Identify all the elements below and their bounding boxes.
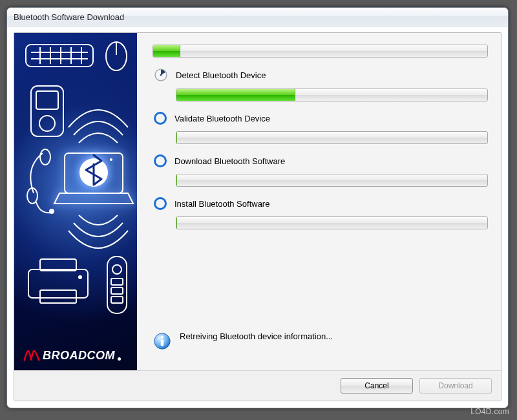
step-validate-progress	[176, 131, 488, 144]
step-detect-progress	[176, 89, 488, 101]
main-panel: Detect Bluetooth Device Validate Bluetoo…	[137, 33, 501, 370]
svg-point-15	[49, 209, 54, 214]
printer-icon	[28, 259, 88, 303]
mp3-icon	[31, 86, 63, 136]
dialog-window: Bluetooth Software Download	[6, 7, 509, 408]
svg-rect-25	[111, 278, 123, 285]
step-install-progress	[176, 216, 488, 229]
mouse-icon	[106, 42, 127, 70]
window-title: Bluetooth Software Download	[14, 12, 124, 22]
svg-rect-32	[161, 339, 164, 346]
step-download-progress	[176, 174, 488, 187]
pending-ring-icon	[154, 154, 167, 167]
step-install: Install Bluetooth Software	[153, 197, 488, 229]
step-label: Detect Bluetooth Device	[176, 70, 266, 80]
remote-icon	[107, 257, 127, 313]
svg-rect-19	[28, 269, 88, 298]
client-area: BROADCOM	[14, 32, 501, 401]
brand-name: BROADCOM	[43, 349, 115, 362]
step-validate: Validate Bluetooth Device	[153, 112, 488, 144]
step-label: Validate Bluetooth Device	[174, 114, 270, 123]
sidebar-graphic: BROADCOM	[14, 33, 137, 370]
info-icon	[153, 331, 172, 351]
headset-icon	[27, 149, 54, 214]
keyboard-icon	[26, 45, 93, 67]
footer: Cancel Download	[14, 370, 501, 401]
cancel-button[interactable]: Cancel	[341, 378, 413, 394]
svg-point-22	[78, 275, 82, 279]
svg-point-31	[161, 335, 164, 338]
overall-progress	[153, 45, 488, 58]
status-text: Retreiving Bluetooth device information.…	[180, 331, 333, 341]
svg-point-18	[110, 158, 112, 161]
svg-point-13	[40, 149, 50, 165]
pending-ring-icon	[154, 197, 167, 210]
brand-logo: BROADCOM	[23, 344, 121, 362]
pending-ring-icon	[154, 112, 167, 125]
svg-rect-11	[36, 91, 58, 109]
svg-point-29	[160, 74, 162, 76]
titlebar[interactable]: Bluetooth Software Download	[7, 8, 508, 26]
brand-wave-icon	[23, 344, 40, 362]
watermark: LO4D.com	[470, 407, 509, 416]
step-label: Download Bluetooth Software	[174, 156, 285, 166]
bluetooth-laptop-icon	[54, 153, 133, 204]
step-label: Install Bluetooth Software	[174, 199, 269, 209]
svg-rect-27	[111, 297, 123, 303]
svg-point-12	[39, 116, 55, 131]
step-detect: Detect Bluetooth Device	[153, 68, 488, 101]
brand-dot-icon	[118, 357, 121, 361]
overall-progress-fill	[153, 45, 180, 57]
signal-icon	[69, 110, 128, 143]
clock-icon	[154, 68, 168, 82]
svg-rect-26	[111, 288, 123, 294]
download-button[interactable]: Download	[419, 378, 492, 394]
step-download: Download Bluetooth Software	[153, 154, 488, 187]
status-row: Retreiving Bluetooth device information.…	[153, 331, 488, 351]
svg-rect-21	[40, 290, 76, 303]
signal-icon	[69, 215, 128, 248]
svg-point-24	[112, 265, 121, 274]
svg-rect-0	[26, 45, 93, 67]
